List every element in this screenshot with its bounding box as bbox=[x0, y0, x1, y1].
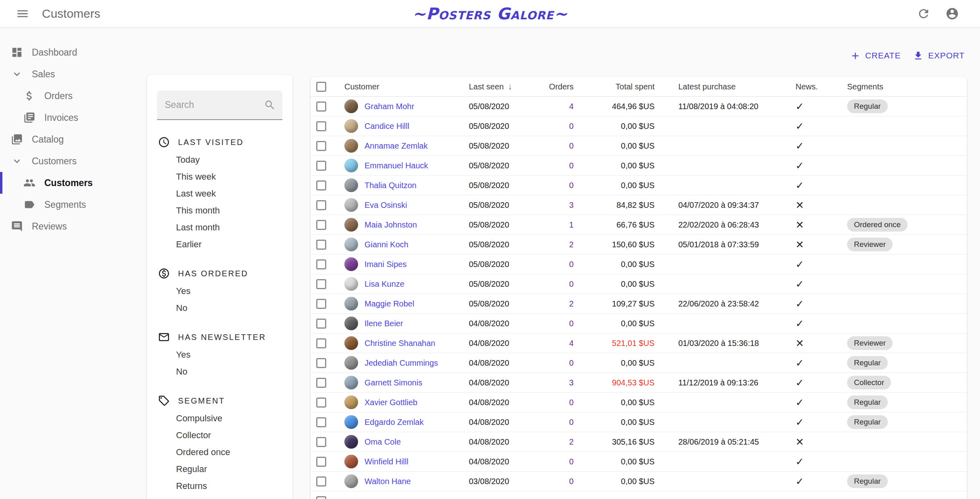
customer-name-link[interactable]: Maggie Robel bbox=[365, 299, 414, 308]
filter-item-last-week[interactable]: Last week bbox=[157, 185, 282, 202]
filter-item-last-month[interactable]: Last month bbox=[157, 219, 282, 236]
row-checkbox[interactable] bbox=[316, 161, 326, 171]
sidebar-item-customers[interactable]: Customers bbox=[0, 150, 145, 172]
customer-name-link[interactable]: Maia Johnston bbox=[365, 220, 417, 229]
filter-item-yes[interactable]: Yes bbox=[157, 346, 282, 363]
table-row[interactable]: Walton Hane03/08/202000,00 $US✓Regular bbox=[311, 472, 967, 491]
filter-item-no[interactable]: No bbox=[157, 300, 282, 317]
customer-name-link[interactable]: Gianni Koch bbox=[365, 240, 408, 249]
filter-item-collector[interactable]: Collector bbox=[157, 427, 282, 444]
filter-item-today[interactable]: Today bbox=[157, 151, 282, 168]
filter-item-this-week[interactable]: This week bbox=[157, 168, 282, 185]
table-row[interactable]: Winfield Hilll04/08/202000,00 $US✓ bbox=[311, 452, 967, 472]
customer-name-link[interactable]: Emmanuel Hauck bbox=[365, 161, 428, 170]
row-checkbox[interactable] bbox=[316, 200, 326, 210]
column-header-customer[interactable]: Customer bbox=[344, 82, 379, 91]
row-checkbox[interactable] bbox=[316, 319, 326, 329]
row-checkbox[interactable] bbox=[316, 259, 326, 269]
row-checkbox[interactable] bbox=[316, 220, 326, 230]
export-button[interactable]: EXPORT bbox=[913, 50, 965, 61]
table-row[interactable]: Emmanuel Hauck05/08/202000,00 $US✓ bbox=[311, 156, 967, 176]
create-button[interactable]: CREATE bbox=[850, 50, 901, 61]
customer-name-link[interactable]: Edgardo Zemlak bbox=[365, 418, 424, 427]
row-checkbox[interactable] bbox=[316, 358, 326, 368]
customer-name-link[interactable]: Annamae Zemlak bbox=[365, 141, 428, 150]
row-checkbox[interactable] bbox=[316, 121, 326, 131]
table-row[interactable]: Gianni Koch05/08/20202150,60 $US05/01/20… bbox=[311, 235, 967, 255]
table-row[interactable]: Lisa Kunze05/08/202000,00 $US✓ bbox=[311, 274, 967, 294]
sidebar-item-segments[interactable]: Segments bbox=[0, 194, 145, 215]
account-circle-icon[interactable] bbox=[945, 7, 959, 21]
table-row[interactable]: Christine Shanahan04/08/20204521,01 $US0… bbox=[311, 333, 967, 353]
filter-item-ordered-once[interactable]: Ordered once bbox=[157, 444, 282, 461]
table-row[interactable]: Jedediah Cummings04/08/202000,00 $US✓Reg… bbox=[311, 353, 967, 373]
table-row[interactable]: Annamae Zemlak05/08/202000,00 $US✓ bbox=[311, 136, 967, 156]
sidebar-item-customers[interactable]: Customers bbox=[0, 172, 145, 194]
customer-name-link[interactable]: Eva Osinski bbox=[365, 201, 407, 209]
customer-name-link[interactable]: Oma Cole bbox=[365, 437, 401, 446]
customer-name-link[interactable]: Imani Sipes bbox=[365, 260, 407, 269]
filter-item-reviewer[interactable]: Reviewer bbox=[157, 495, 282, 499]
row-checkbox[interactable] bbox=[316, 496, 326, 499]
filter-item-regular[interactable]: Regular bbox=[157, 461, 282, 478]
table-row-partial[interactable] bbox=[311, 491, 967, 499]
table-row[interactable]: Graham Mohr05/08/20204464,96 $US11/08/20… bbox=[311, 97, 967, 116]
customer-name-link[interactable]: Jedediah Cummings bbox=[365, 358, 438, 367]
column-header-latest-purchase[interactable]: Latest purchase bbox=[678, 82, 736, 91]
select-all-checkbox[interactable] bbox=[316, 82, 326, 92]
customer-name-link[interactable]: Candice Hilll bbox=[365, 122, 409, 130]
row-checkbox[interactable] bbox=[316, 141, 326, 151]
filter-item-this-month[interactable]: This month bbox=[157, 202, 282, 219]
table-row[interactable]: Maia Johnston05/08/2020166,76 $US22/02/2… bbox=[311, 215, 967, 235]
row-checkbox[interactable] bbox=[316, 476, 326, 487]
last-seen-cell: 05/08/2020 bbox=[469, 102, 533, 111]
customer-name-link[interactable]: Thalia Quitzon bbox=[365, 181, 416, 190]
sidebar-item-reviews[interactable]: Reviews bbox=[0, 215, 145, 237]
sidebar-item-sales[interactable]: Sales bbox=[0, 63, 145, 85]
row-checkbox[interactable] bbox=[316, 378, 326, 388]
table-row[interactable]: Edgardo Zemlak04/08/202000,00 $US✓Regula… bbox=[311, 412, 967, 432]
table-row[interactable]: Oma Cole04/08/20202305,16 $US28/06/2019 … bbox=[311, 432, 967, 452]
row-checkbox[interactable] bbox=[316, 338, 326, 348]
table-row[interactable]: Candice Hilll05/08/202000,00 $US✓ bbox=[311, 116, 967, 136]
customer-name-link[interactable]: Lisa Kunze bbox=[365, 280, 404, 288]
column-header-last-seen[interactable]: Last seen bbox=[469, 82, 504, 91]
column-header-total-spent[interactable]: Total spent bbox=[615, 82, 655, 91]
row-checkbox[interactable] bbox=[316, 101, 326, 112]
table-row[interactable]: Imani Sipes05/08/202000,00 $US✓ bbox=[311, 255, 967, 274]
filter-item-returns[interactable]: Returns bbox=[157, 478, 282, 495]
row-checkbox[interactable] bbox=[316, 240, 326, 250]
sidebar-item-dashboard[interactable]: Dashboard bbox=[0, 41, 145, 63]
sidebar-item-orders[interactable]: Orders bbox=[0, 85, 145, 107]
column-header-orders[interactable]: Orders bbox=[549, 82, 574, 91]
row-checkbox[interactable] bbox=[316, 180, 326, 190]
sidebar-item-catalog[interactable]: Catalog bbox=[0, 128, 145, 150]
table-row[interactable]: Xavier Gottlieb04/08/202000,00 $US✓Regul… bbox=[311, 393, 967, 412]
filter-item-no[interactable]: No bbox=[157, 363, 282, 380]
row-checkbox[interactable] bbox=[316, 398, 326, 408]
customer-name-link[interactable]: Walton Hane bbox=[365, 477, 411, 486]
filter-item-earlier[interactable]: Earlier bbox=[157, 236, 282, 253]
customer-name-link[interactable]: Winfield Hilll bbox=[365, 457, 408, 466]
table-row[interactable]: Eva Osinski05/08/2020384,82 $US04/07/202… bbox=[311, 195, 967, 215]
row-checkbox[interactable] bbox=[316, 417, 326, 427]
refresh-icon[interactable] bbox=[917, 7, 930, 21]
filter-item-yes[interactable]: Yes bbox=[157, 283, 282, 300]
row-checkbox[interactable] bbox=[316, 457, 326, 467]
customer-name-link[interactable]: Christine Shanahan bbox=[365, 339, 435, 348]
customer-name-link[interactable]: Graham Mohr bbox=[365, 102, 414, 111]
row-checkbox[interactable] bbox=[316, 279, 326, 289]
orders-count: 3 bbox=[569, 378, 574, 387]
table-row[interactable]: Ilene Beier04/08/202000,00 $US✓ bbox=[311, 314, 967, 333]
table-row[interactable]: Thalia Quitzon05/08/202000,00 $US✓ bbox=[311, 176, 967, 195]
table-row[interactable]: Maggie Robel05/08/20202109,27 $US22/06/2… bbox=[311, 294, 967, 314]
row-checkbox[interactable] bbox=[316, 299, 326, 309]
sidebar-item-invoices[interactable]: Invoices bbox=[0, 107, 145, 128]
customer-name-link[interactable]: Ilene Beier bbox=[365, 319, 403, 328]
filter-item-compulsive[interactable]: Compulsive bbox=[157, 410, 282, 427]
customer-name-link[interactable]: Xavier Gottlieb bbox=[365, 398, 417, 407]
hamburger-menu-icon[interactable] bbox=[16, 7, 29, 21]
table-row[interactable]: Garnett Simonis04/08/20203904,53 $US11/1… bbox=[311, 373, 967, 393]
customer-name-link[interactable]: Garnett Simonis bbox=[365, 378, 422, 387]
row-checkbox[interactable] bbox=[316, 437, 326, 447]
